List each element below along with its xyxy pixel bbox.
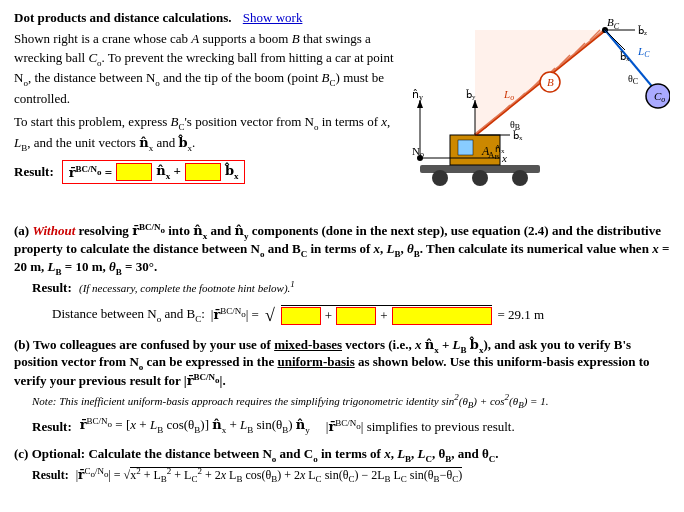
page-title: Dot products and distance calculations. <box>14 10 232 25</box>
svg-text:BC: BC <box>607 16 620 31</box>
dist-box1 <box>281 307 321 325</box>
svg-text:b̂z: b̂z <box>638 25 647 37</box>
part-b-label: (b) Two colleagues are confused by your … <box>14 337 670 390</box>
coeff-bx-box <box>185 163 221 181</box>
result-label-a: Result: <box>32 280 72 295</box>
problem-setup-text: To start this problem, express BC's posi… <box>14 113 400 154</box>
svg-text:b̂x: b̂x <box>620 51 630 63</box>
part-b-result-row: Result: r̄BC/No = [x + LB cos(θB)] n̂x +… <box>32 415 670 437</box>
intro-text: Shown right is a crane whose cab A suppo… <box>14 30 400 109</box>
coeff-nx-box <box>116 163 152 181</box>
dist-box3 <box>392 307 492 325</box>
svg-rect-5 <box>458 140 473 155</box>
svg-text:No: No <box>412 145 424 159</box>
svg-text:LC: LC <box>637 45 650 59</box>
part-c-content: Result: |r̄Co/No| = √x2 + LB2 + LC2 + 2x… <box>32 465 670 487</box>
part-b-content: Note: This inefficient uniform-basis app… <box>32 391 670 438</box>
svg-text:b̂y: b̂y <box>466 89 476 101</box>
result-label-main: Result: <box>14 164 54 180</box>
svg-text:B: B <box>547 76 554 88</box>
show-work-link[interactable]: Show work <box>243 10 303 25</box>
svg-text:θC: θC <box>628 73 638 86</box>
svg-point-1 <box>432 170 448 186</box>
svg-text:b̂x: b̂x <box>513 130 523 142</box>
dist-box2 <box>336 307 376 325</box>
distance-row: Distance between No and BC: |r̄BC/No| = … <box>52 302 670 329</box>
part-a-label: (a) Without resolving r̄BC/No into n̂x a… <box>14 222 670 276</box>
main-formula: r̄BC/No = n̂x + b̂x <box>62 160 246 184</box>
svg-line-39 <box>605 30 625 50</box>
crane-diagram: A BC LC Co θC θB <box>410 10 670 214</box>
part-a-content: Result: (If necessary, complete the foot… <box>32 278 670 329</box>
main-result-line: Result: r̄BC/No = n̂x + b̂x <box>14 160 400 184</box>
part-c-label: (c) Optional: Calculate the distance bet… <box>14 446 670 464</box>
svg-point-2 <box>472 170 488 186</box>
svg-point-3 <box>512 170 528 186</box>
svg-text:n̂y: n̂y <box>412 88 423 102</box>
